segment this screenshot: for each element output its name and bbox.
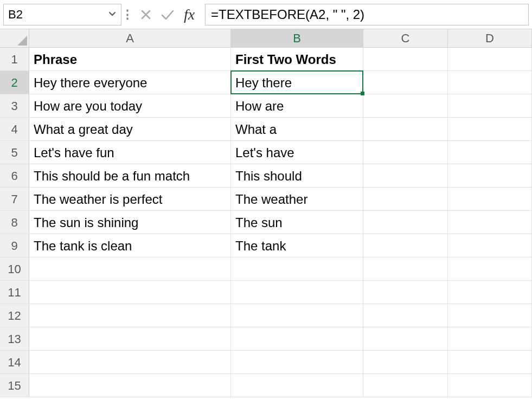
- cell-B2[interactable]: Hey there: [231, 71, 363, 94]
- cell-C4[interactable]: [363, 118, 448, 140]
- cell-C12[interactable]: [363, 304, 448, 327]
- cell-D3[interactable]: [448, 94, 532, 117]
- row-header-2[interactable]: 2: [0, 71, 29, 94]
- cell-C1[interactable]: [363, 48, 448, 70]
- cell-D15[interactable]: [448, 374, 532, 397]
- cell-C15[interactable]: [363, 374, 448, 397]
- grid-row: 1PhraseFirst Two Words: [0, 48, 532, 71]
- cell-A2[interactable]: Hey there everyone: [29, 71, 231, 94]
- grid-row: 10: [0, 257, 532, 281]
- cell-A1[interactable]: Phrase: [29, 48, 231, 70]
- column-header-C[interactable]: C: [363, 29, 448, 47]
- row-header-10[interactable]: 10: [0, 257, 29, 280]
- cell-D10[interactable]: [448, 257, 532, 280]
- cell-B6[interactable]: This should: [231, 164, 363, 187]
- grid-row: 4What a great dayWhat a: [0, 118, 532, 141]
- column-header-B[interactable]: B: [231, 29, 363, 47]
- cell-B10[interactable]: [231, 257, 363, 280]
- row-header-3[interactable]: 3: [0, 94, 29, 117]
- cell-D14[interactable]: [448, 351, 532, 373]
- cell-C7[interactable]: [363, 188, 448, 210]
- cell-C9[interactable]: [363, 234, 448, 257]
- row-header-15[interactable]: 15: [0, 374, 29, 397]
- column-header-A[interactable]: A: [29, 29, 231, 47]
- cell-A6[interactable]: This should be a fun match: [29, 164, 231, 187]
- row-header-6[interactable]: 6: [0, 164, 29, 187]
- cell-B7[interactable]: The weather: [231, 188, 363, 210]
- row-header-9[interactable]: 9: [0, 234, 29, 257]
- cell-D5[interactable]: [448, 141, 532, 164]
- cell-B3[interactable]: How are: [231, 94, 363, 117]
- cell-D12[interactable]: [448, 304, 532, 327]
- row-header-8[interactable]: 8: [0, 211, 29, 234]
- cell-A7[interactable]: The weather is perfect: [29, 188, 231, 210]
- row-header-1[interactable]: 1: [0, 48, 29, 70]
- name-box-value: B2: [8, 8, 106, 22]
- cell-D9[interactable]: [448, 234, 532, 257]
- grid-row: 15: [0, 374, 532, 397]
- cell-C3[interactable]: [363, 94, 448, 117]
- cell-B9[interactable]: The tank: [231, 234, 363, 257]
- enter-icon[interactable]: [157, 4, 178, 25]
- grid-row: 11: [0, 281, 532, 304]
- grid-row: 12: [0, 304, 532, 327]
- cell-C5[interactable]: [363, 141, 448, 164]
- cell-C13[interactable]: [363, 327, 448, 350]
- cell-D7[interactable]: [448, 188, 532, 210]
- cell-A13[interactable]: [29, 327, 231, 350]
- cell-D11[interactable]: [448, 281, 532, 304]
- cell-D1[interactable]: [448, 48, 532, 70]
- cell-C6[interactable]: [363, 164, 448, 187]
- cell-D2[interactable]: [448, 71, 532, 94]
- grid-row: 7The weather is perfectThe weather: [0, 188, 532, 211]
- formula-input[interactable]: =TEXTBEFORE(A2, " ", 2): [205, 4, 529, 25]
- cell-A5[interactable]: Let's have fun: [29, 141, 231, 164]
- cell-A12[interactable]: [29, 304, 231, 327]
- row-header-7[interactable]: 7: [0, 188, 29, 210]
- cell-C8[interactable]: [363, 211, 448, 234]
- cell-A4[interactable]: What a great day: [29, 118, 231, 140]
- row-header-11[interactable]: 11: [0, 281, 29, 304]
- cell-B11[interactable]: [231, 281, 363, 304]
- cell-A9[interactable]: The tank is clean: [29, 234, 231, 257]
- select-all-corner[interactable]: [0, 29, 29, 47]
- cell-D8[interactable]: [448, 211, 532, 234]
- cell-A3[interactable]: How are you today: [29, 94, 231, 117]
- cell-B1[interactable]: First Two Words: [231, 48, 363, 70]
- row-header-13[interactable]: 13: [0, 327, 29, 350]
- cell-A10[interactable]: [29, 257, 231, 280]
- cell-B8[interactable]: The sun: [231, 211, 363, 234]
- cell-A14[interactable]: [29, 351, 231, 373]
- row-header-5[interactable]: 5: [0, 141, 29, 164]
- grid-row: 3How are you todayHow are: [0, 94, 532, 118]
- cell-C10[interactable]: [363, 257, 448, 280]
- cell-C11[interactable]: [363, 281, 448, 304]
- cancel-icon[interactable]: [136, 4, 156, 25]
- cell-A11[interactable]: [29, 281, 231, 304]
- cell-C2[interactable]: [363, 71, 448, 94]
- cell-D13[interactable]: [448, 327, 532, 350]
- row-header-14[interactable]: 14: [0, 351, 29, 373]
- cell-B15[interactable]: [231, 374, 363, 397]
- row-header-4[interactable]: 4: [0, 118, 29, 140]
- grid-row: 13: [0, 327, 532, 351]
- cell-B5[interactable]: Let's have: [231, 141, 363, 164]
- cell-B14[interactable]: [231, 351, 363, 373]
- grid-row: 8The sun is shiningThe sun: [0, 211, 532, 234]
- cell-D6[interactable]: [448, 164, 532, 187]
- cell-D4[interactable]: [448, 118, 532, 140]
- formula-bar: B2 ⋮ fx =TEXTBEFORE(A2, " ", 2): [0, 0, 532, 29]
- cell-A8[interactable]: The sun is shining: [29, 211, 231, 234]
- grid-row: 5Let's have funLet's have: [0, 141, 532, 164]
- row-header-12[interactable]: 12: [0, 304, 29, 327]
- name-box[interactable]: B2: [3, 4, 121, 25]
- cell-B4[interactable]: What a: [231, 118, 363, 140]
- cell-B13[interactable]: [231, 327, 363, 350]
- insert-function-icon[interactable]: fx: [179, 4, 200, 25]
- cell-A15[interactable]: [29, 374, 231, 397]
- column-header-D[interactable]: D: [448, 29, 532, 47]
- dropdown-icon[interactable]: [108, 9, 117, 20]
- grid-row: 6This should be a fun matchThis should: [0, 164, 532, 188]
- cell-C14[interactable]: [363, 351, 448, 373]
- cell-B12[interactable]: [231, 304, 363, 327]
